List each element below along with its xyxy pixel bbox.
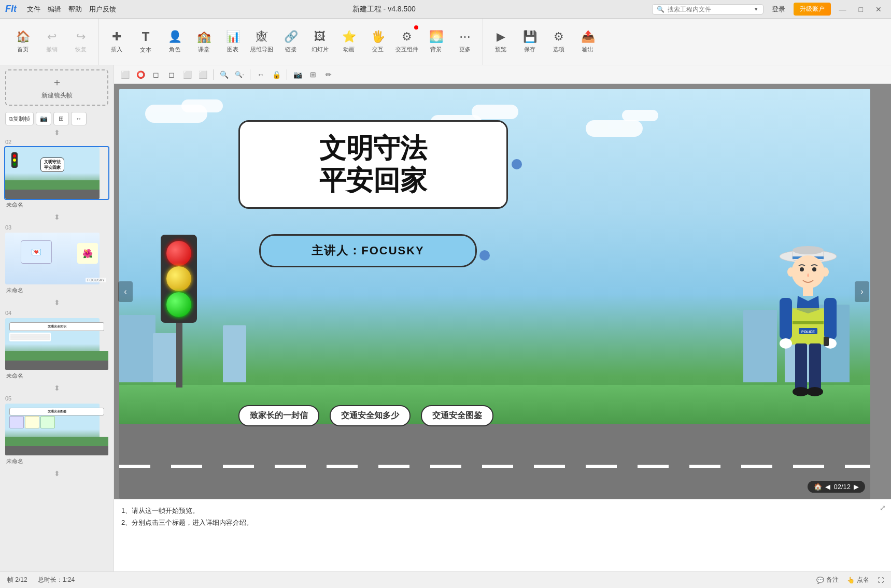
role-label: 角色 [169,46,180,53]
prev-slide-btn[interactable]: ◀ [825,483,830,491]
toolbar-interactpart[interactable]: ⚙ 交互组件 [392,23,421,61]
toolbar-mindmap[interactable]: 🕸 思维导图 [247,23,276,61]
canvas-tool-zoomin[interactable]: 🔍 [217,68,231,81]
nav-pill-2[interactable]: 交通安全图鉴 [421,405,493,426]
canvas-tool-sep3 [287,69,287,80]
status-left: 帧 2/12 总时长：1:24 [7,576,75,584]
fullscreen-button[interactable]: ⛶ [878,577,884,584]
slide-nav-left[interactable]: ‹ [118,281,133,302]
search-box[interactable]: 🔍 ▼ [652,4,763,15]
copy-frame-label: 复制帧 [13,115,30,123]
home-slide-icon[interactable]: 🏠 [814,483,822,491]
upgrade-button[interactable]: 升级账户 [794,3,831,16]
canvas-tool-square1[interactable]: ◻ [149,68,163,81]
slide-item-03: 03 💌 🌺 FOCUSKY 未命名 [0,223,114,296]
slide-thumbnail-05[interactable]: 交通安全图鉴 [4,403,109,456]
copy-frame-button[interactable]: ⧉ 复制帧 [5,112,34,125]
road-line [119,465,870,468]
close-button[interactable]: ✕ [871,5,886,13]
animation-label: 动画 [343,46,355,53]
toolbar-options[interactable]: ⚙ 选项 [544,23,573,61]
new-frame-button[interactable]: ＋ 新建镜头帧 [5,69,108,106]
search-dropdown-arrow[interactable]: ▼ [754,6,759,12]
traffic-light-box [161,235,197,323]
building-1 [119,315,155,382]
toolbar-interact[interactable]: 🖐 交互 [363,23,392,61]
speaker-dot [479,250,490,261]
canvas-tool-rect[interactable]: ⬜ [118,68,132,81]
toolbar-insert[interactable]: ✚ 插入 [102,23,131,61]
nav-pill-0[interactable]: 致家长的一封信 [238,405,319,426]
nav-pill-1[interactable]: 交通安全知多少 [330,405,411,426]
slide-thumbnail-02[interactable]: 文明守法平安回家 [4,146,109,200]
toolbar-text[interactable]: T 文本 [131,23,160,61]
traffic-lens-yellow [166,266,191,291]
camera-button[interactable]: 📷 [36,112,51,125]
grid-button[interactable]: ⊞ [53,112,69,125]
minimize-button[interactable]: — [835,5,851,13]
plus-icon: ＋ [52,75,62,89]
notes-line-2: 2、分别点击三个标题，进入详细内容介绍。 [121,517,884,528]
canvas-tool-grid[interactable]: ⊞ [306,68,320,81]
toolbar-group-insert: ✚ 插入 T 文本 👤 角色 🏫 课堂 📊 图表 🕸 思维导图 🔗 链接 🖼 [99,19,483,65]
menu-edit[interactable]: 编辑 [48,5,61,14]
maximize-button[interactable]: □ [855,5,867,13]
canvas-tool-edit[interactable]: ✏ [322,68,335,81]
slide-label-05: 未命名 [4,456,109,466]
canvas-tool-rect3[interactable]: ⬜ [196,68,209,81]
menu-file[interactable]: 文件 [27,5,40,14]
background-icon: 🌅 [429,30,443,44]
slide-divider-icon-4: ⬍ [54,469,60,478]
title-bar: FIt 文件 编辑 帮助 用户反馈 新建工程 - v4.8.500 🔍 ▼ 登录… [0,0,891,19]
menu-help[interactable]: 帮助 [68,5,82,14]
toolbar-chart[interactable]: 📊 图表 [218,23,247,61]
toolbar-more[interactable]: ⋯ 更多 [450,23,479,61]
slide-nav-right[interactable]: › [855,281,869,302]
link-icon: 🔗 [284,30,298,44]
point-button[interactable]: 👆 点名 [847,576,869,584]
canvas-tool-square2[interactable]: ◻ [165,68,178,81]
svg-point-5 [800,267,804,271]
main-area: ＋ 新建镜头帧 ⧉ 复制帧 📷 ⊞ ↔ ⬍ 02 [0,65,891,571]
toolbar-home[interactable]: 🏠 首页 [8,23,37,61]
search-input[interactable] [668,6,751,13]
status-right: 💬 备注 👆 点名 ⛶ [816,576,884,584]
svg-rect-9 [803,286,813,296]
canvas-tool-circle[interactable]: ⭕ [134,68,147,81]
nav-pills: 致家长的一封信 交通安全知多少 交通安全图鉴 [238,405,493,426]
canvas-tool-lock[interactable]: 🔒 [270,68,283,81]
svg-point-4 [791,255,825,289]
svg-point-8 [822,267,829,277]
slide-thumbnail-03[interactable]: 💌 🌺 FOCUSKY [4,232,109,285]
canvas-tool-zoomout[interactable]: 🔍- [233,68,246,81]
slide-count-text: 02/12 [833,483,851,491]
export-label: 输出 [582,46,593,53]
toolbar-save[interactable]: 💾 保存 [515,23,544,61]
slide-thumbnail-04[interactable]: 交通安全知识 [4,317,109,371]
toolbar-undo[interactable]: ↩ 撤销 [37,23,66,61]
toolbar-link[interactable]: 🔗 链接 [276,23,305,61]
toolbar-slideshow[interactable]: 🖼 幻灯片 [305,23,334,61]
canvas-tool-camera[interactable]: 📷 [291,68,304,81]
comment-button[interactable]: 💬 备注 [816,576,839,584]
notes-expand-button[interactable]: ⤢ [880,504,886,512]
menu-feedback[interactable]: 用户反馈 [89,5,116,14]
toolbar-redo[interactable]: ↪ 恢复 [66,23,95,61]
slide-divider-icon-3: ⬍ [54,384,60,392]
toolbar-animation[interactable]: ⭐ 动画 [334,23,363,61]
toolbar-export[interactable]: 📤 输出 [573,23,602,61]
resize-row: ⬍ [0,127,114,138]
resize-button[interactable]: ↔ [71,112,87,125]
next-slide-btn[interactable]: ▶ [854,483,859,491]
canvas-tool-rect2[interactable]: ⬜ [180,68,194,81]
toolbar-role[interactable]: 👤 角色 [160,23,189,61]
toolbar-class[interactable]: 🏫 课堂 [189,23,218,61]
toolbar-preview[interactable]: ▶ 预览 [486,23,515,61]
toolbar-background[interactable]: 🌅 背景 [421,23,450,61]
slide-divider-04: ⬍ [0,382,114,394]
point-label: 点名 [857,576,869,584]
login-button[interactable]: 登录 [768,3,789,16]
slide-item-02: 02 文明守法平安回家 未命名 [0,138,114,211]
background-label: 背景 [430,46,442,53]
canvas-tool-align[interactable]: ↔ [254,68,267,81]
